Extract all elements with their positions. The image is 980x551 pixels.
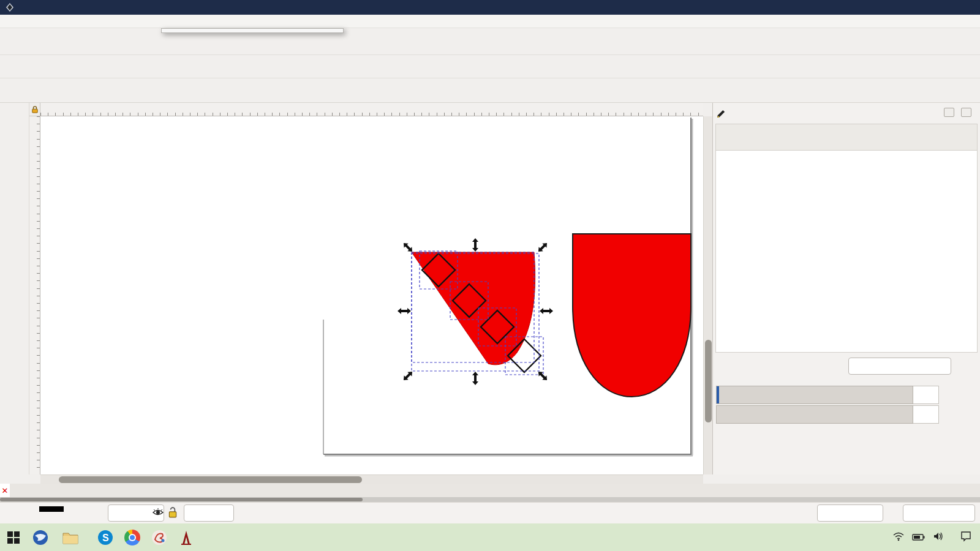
thunderbird-icon[interactable] xyxy=(27,523,54,551)
horizontal-scrollbar[interactable] xyxy=(40,474,703,484)
minimize-button[interactable] xyxy=(892,0,921,15)
fill-tab-content xyxy=(715,151,978,353)
wifi-icon[interactable] xyxy=(893,532,904,543)
system-tray xyxy=(884,523,980,551)
path-menu xyxy=(161,28,344,33)
layer-select[interactable] xyxy=(184,504,234,522)
vertical-scrollbar-thumb[interactable] xyxy=(705,340,712,422)
maximize-button[interactable] xyxy=(921,0,951,15)
stroke-color-swatch[interactable] xyxy=(39,506,64,512)
opacity-slider[interactable] xyxy=(716,405,913,424)
blur-value[interactable] xyxy=(913,386,939,404)
horizontal-ruler[interactable] xyxy=(40,103,703,116)
palette-scrollbar[interactable] xyxy=(0,497,980,502)
chrome-icon[interactable] xyxy=(119,523,146,551)
opacity-row xyxy=(716,405,980,424)
panel-iconify-button[interactable] xyxy=(944,108,954,117)
blur-slider[interactable] xyxy=(716,386,913,404)
vertical-ruler[interactable] xyxy=(29,116,40,474)
libreoffice-folder-shortcut[interactable] xyxy=(54,523,92,551)
palette-scrollbar-thumb[interactable] xyxy=(0,498,363,501)
rotation-field[interactable] xyxy=(903,504,975,522)
snap-toolbar xyxy=(0,28,980,55)
layer-visibility-icon[interactable] xyxy=(152,507,164,519)
color-palette: ✕ xyxy=(0,484,980,497)
taskbar: S xyxy=(0,523,980,551)
title-bar xyxy=(0,0,980,15)
ruler-corner-lock-icon[interactable] xyxy=(29,103,40,116)
fill-stroke-panel-icon xyxy=(717,109,726,120)
horizontal-scrollbar-thumb[interactable] xyxy=(59,476,362,483)
vertical-scrollbar[interactable] xyxy=(703,116,712,474)
inkscape-logo-icon xyxy=(5,2,15,12)
toolbox xyxy=(0,103,29,474)
panel-tabs xyxy=(715,124,978,151)
fill-stroke-panel xyxy=(712,103,980,474)
drawing-area xyxy=(40,116,703,474)
panel-close-button[interactable] xyxy=(961,108,971,117)
layer-lock-icon[interactable] xyxy=(168,507,178,519)
notification-center-icon[interactable] xyxy=(960,531,971,544)
canvas[interactable] xyxy=(40,116,703,474)
folder-icon xyxy=(62,531,78,544)
panel-title xyxy=(717,109,729,120)
zoom-field[interactable] xyxy=(817,504,883,522)
close-button[interactable] xyxy=(951,0,980,15)
blend-mode-row xyxy=(713,353,980,380)
blend-mode-select[interactable] xyxy=(848,358,951,375)
svg-text:S: S xyxy=(102,533,109,543)
red-app-icon[interactable] xyxy=(173,523,200,551)
commands-toolbar xyxy=(0,55,980,78)
tool-controls-bar xyxy=(0,78,980,103)
opacity-value[interactable] xyxy=(913,405,939,424)
no-color-swatch[interactable]: ✕ xyxy=(0,484,10,497)
menu-bar xyxy=(0,15,980,28)
sketch-app-icon[interactable] xyxy=(146,523,173,551)
battery-icon[interactable] xyxy=(913,532,925,543)
volume-icon[interactable] xyxy=(933,532,943,543)
start-button[interactable] xyxy=(0,523,27,551)
skype-icon[interactable]: S xyxy=(92,523,119,551)
status-bar xyxy=(0,502,980,523)
blur-row xyxy=(716,386,980,404)
pointer-coordinates xyxy=(752,504,801,522)
palette-menu-arrow[interactable] xyxy=(963,484,980,497)
red-shield-shape[interactable] xyxy=(573,234,691,397)
fill-stroke-values[interactable] xyxy=(39,504,64,513)
